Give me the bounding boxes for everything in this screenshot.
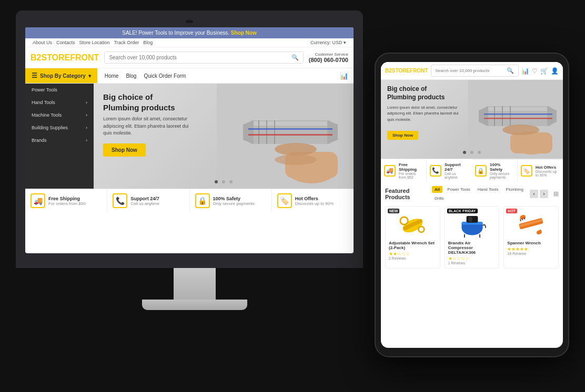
svg-rect-35 <box>468 216 472 221</box>
product-card-wrench[interactable]: NEW Adjustable Wrench Set (2-Pack) ★★☆☆☆ <box>385 206 440 269</box>
dot-2 <box>222 180 225 183</box>
hero-image <box>217 84 354 189</box>
support-title: Support 24/7 <box>130 196 159 201</box>
hamburger-icon: ☰ <box>32 72 37 79</box>
svg-rect-24 <box>484 114 552 115</box>
product-stars-wrench: ★★☆☆☆ <box>389 251 437 256</box>
featured-next-button[interactable]: › <box>540 190 548 198</box>
banner-text: SALE! Power Tools to Improve your Busine… <box>122 30 229 36</box>
ipad-screen: B2STOREFRONT 🔍 📊 ♡ 🛒 👤 Big choice of <box>381 62 563 348</box>
svg-rect-25 <box>484 118 552 119</box>
ipad-safety-title: 100% Safety <box>490 162 514 172</box>
category-dropdown: Power Tools Hand Tools› Machine Tools› B… <box>25 84 94 189</box>
imac-stand-base <box>142 300 247 310</box>
sale-banner: SALE! Power Tools to Improve your Busine… <box>25 27 354 38</box>
product-card-compressor[interactable]: BLACK FRIDAY <box>445 206 500 269</box>
nav-links: Home Blog Quick Order Form <box>97 73 194 79</box>
product-card-spanner[interactable]: HOT <box>503 206 559 269</box>
top-nav-about[interactable]: About Us <box>33 40 52 45</box>
product-reviews-compressor: 1 Reviews <box>448 261 496 265</box>
nav-quick-order[interactable]: Quick Order Form <box>144 73 186 79</box>
tab-hand-tools[interactable]: Hand Tools <box>475 186 501 193</box>
shipping-title: Free Shipping <box>48 196 86 201</box>
ipad-logo-b2: B2 <box>385 68 392 74</box>
logo[interactable]: B2STOREFRONT <box>31 53 99 63</box>
ipad-search-input[interactable] <box>431 66 502 75</box>
safety-icon: 🔒 <box>195 193 210 208</box>
ipad-support-sub: Call us anytime <box>445 172 469 179</box>
dropdown-machine-tools[interactable]: Machine Tools› <box>25 109 94 121</box>
dropdown-hand-tools[interactable]: Hand Tools› <box>25 96 94 109</box>
ipad-dot-1 <box>463 151 466 154</box>
ipad-search-bar: 🔍 <box>431 65 519 77</box>
banner-link[interactable]: Shop Now <box>231 30 257 36</box>
user-icon[interactable]: 👤 <box>551 67 559 75</box>
ipad-offers-sub: Discounts up to 90% <box>536 170 560 177</box>
hero-content: Big choice of Plumbing products Lorem ip… <box>94 84 199 189</box>
top-nav-track[interactable]: Track Order <box>114 40 139 45</box>
ipad-feature-safety: 🔒 100% Safety Only secure payments <box>472 159 518 182</box>
shipping-icon: 🚚 <box>31 193 45 208</box>
featured-nav: ‹ › <box>530 190 548 198</box>
dot-3 <box>229 180 233 183</box>
ipad-logo[interactable]: B2STOREFRONT <box>385 68 428 74</box>
ipad-dot-2 <box>470 151 473 154</box>
tab-power-tools[interactable]: Power Tools <box>445 186 472 193</box>
chart-icon[interactable]: 📊 <box>521 67 529 75</box>
ipad-shipping-title: Free Shipping <box>399 162 423 172</box>
product-badge-blackfriday: BLACK FRIDAY <box>447 209 478 213</box>
svg-point-26 <box>502 125 539 135</box>
product-name-wrench: Adjustable Wrench Set (2-Pack) <box>389 241 437 250</box>
ipad-safety-sub: Only secure payments <box>490 172 514 179</box>
ipad-offers-title: Hot Offers <box>536 165 560 170</box>
ipad-hero-content: Big choice of Plumbing products Lorem ip… <box>381 80 465 145</box>
category-btn-label: Shop By Category <box>40 73 86 79</box>
grid-layout-icon[interactable]: ⊞ <box>553 190 559 198</box>
nav-home[interactable]: Home <box>105 73 119 79</box>
hero-title: Big choice of Plumbing products <box>103 92 189 112</box>
hero-desc: Lorem ipsum dolor sit amet, consectetur … <box>103 116 189 137</box>
site-header: B2STOREFRONT 🔍 Customer Service (800) 06… <box>25 47 354 68</box>
wishlist-icon[interactable]: ♡ <box>532 67 538 75</box>
product-image-spanner <box>507 210 555 239</box>
currency-selector[interactable]: Currency: USD ▾ <box>310 40 346 45</box>
shop-now-button[interactable]: Shop Now <box>103 143 146 157</box>
dot-1 <box>215 180 218 183</box>
tab-all[interactable]: All <box>432 186 442 193</box>
feature-offers: 🏷️ Hot Offers Discounts up to 90% <box>272 189 354 212</box>
ipad-support-title: Support 24/7 <box>445 162 469 172</box>
featured-prev-button[interactable]: ‹ <box>530 190 538 198</box>
cart-icon[interactable]: 🛒 <box>540 67 548 75</box>
ipad-search-button[interactable]: 🔍 <box>502 65 518 76</box>
featured-title: Featured Products <box>385 188 429 200</box>
top-nav-blog[interactable]: Blog <box>143 40 153 45</box>
support-sub: Call us anytime <box>130 201 159 206</box>
offers-icon: 🏷️ <box>277 193 292 208</box>
ipad-header-icons: 📊 ♡ 🛒 👤 <box>521 67 559 75</box>
imac-stand-neck <box>174 268 216 300</box>
search-input[interactable] <box>105 53 287 63</box>
hero-section: Power Tools Hand Tools› Machine Tools› B… <box>25 84 354 189</box>
products-grid: NEW Adjustable Wrench Set (2-Pack) ★★☆☆☆ <box>385 206 559 269</box>
ipad-shop-now-button[interactable]: Shop Now <box>387 131 418 140</box>
feature-safety: 🔒 100% Safety Only secure payments <box>190 189 272 212</box>
top-nav-store[interactable]: Store Location <box>79 40 110 45</box>
ipad-slider-dots <box>381 147 563 156</box>
product-badge-hot: HOT <box>506 209 517 213</box>
tab-drills[interactable]: Drills <box>432 195 447 202</box>
dropdown-brands[interactable]: Brands› <box>25 134 94 147</box>
dropdown-power-tools[interactable]: Power Tools <box>25 84 94 96</box>
category-dropdown-btn[interactable]: ☰ Shop By Category ▾ <box>25 68 97 83</box>
nav-blog[interactable]: Blog <box>126 73 136 79</box>
product-name-spanner: Spanner Wrench <box>507 241 555 245</box>
chart-icon[interactable]: 📊 <box>335 72 354 80</box>
svg-point-30 <box>418 226 424 232</box>
scene: SALE! Power Tools to Improve your Busine… <box>0 0 585 392</box>
tab-plumbing[interactable]: Plumbing <box>503 186 526 193</box>
top-nav-contacts[interactable]: Contacts <box>56 40 75 45</box>
ipad-offers-icon: 🏷️ <box>521 165 532 177</box>
features-strip: 🚚 Free Shipping For orders from $50 📞 Su… <box>25 189 354 212</box>
search-button[interactable]: 🔍 <box>287 52 303 63</box>
top-nav-links: About Us Contacts Store Location Track O… <box>33 40 153 45</box>
dropdown-building-supplies[interactable]: Building Supplies› <box>25 121 94 134</box>
